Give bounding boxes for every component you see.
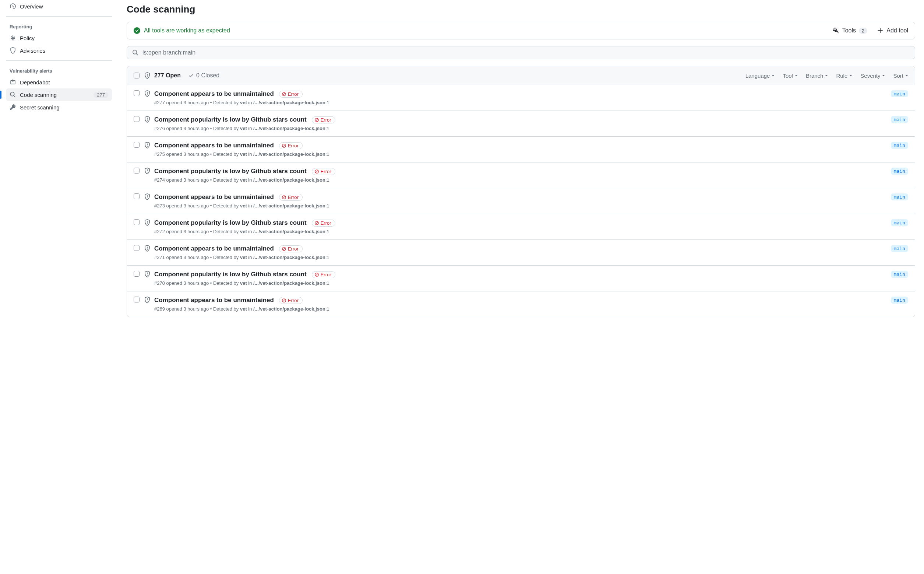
law-icon xyxy=(9,35,16,41)
filter-tool[interactable]: Tool xyxy=(783,73,798,79)
sidebar-item-code-scanning[interactable]: Code scanning 277 xyxy=(6,88,112,101)
branch-badge[interactable]: main xyxy=(891,116,908,123)
severity-label: Error xyxy=(288,91,299,97)
alert-row[interactable]: Component appears to be unmaintainedErro… xyxy=(127,137,915,162)
open-tab[interactable]: 277 Open xyxy=(154,72,181,79)
branch-badge[interactable]: main xyxy=(891,193,908,200)
row-checkbox[interactable] xyxy=(134,193,140,199)
alert-row[interactable]: Component popularity is low by Github st… xyxy=(127,266,915,292)
alert-title[interactable]: Component popularity is low by Github st… xyxy=(154,168,306,175)
divider xyxy=(6,16,112,17)
severity-label: Error xyxy=(321,117,331,123)
status-message: All tools are working as expected xyxy=(144,27,230,34)
shield-alert-icon xyxy=(144,116,151,123)
alert-row[interactable]: Component appears to be unmaintainedErro… xyxy=(127,292,915,317)
severity-badge: Error xyxy=(279,297,303,304)
branch-badge[interactable]: main xyxy=(891,296,908,304)
main: Code scanning All tools are working as e… xyxy=(118,0,924,326)
check-circle-icon xyxy=(134,27,140,34)
row-checkbox[interactable] xyxy=(134,116,140,122)
branch-badge[interactable]: main xyxy=(891,142,908,149)
sidebar-item-overview[interactable]: Overview xyxy=(6,0,112,13)
row-checkbox[interactable] xyxy=(134,296,140,303)
sidebar-item-label: Advisories xyxy=(20,47,45,54)
chevron-down-icon xyxy=(849,75,852,76)
sidebar-heading-reporting: Reporting xyxy=(6,20,112,32)
search-icon xyxy=(132,49,139,56)
code-scanning-icon xyxy=(9,91,16,98)
row-checkbox[interactable] xyxy=(134,245,140,251)
filter-language[interactable]: Language xyxy=(745,73,775,79)
alert-title[interactable]: Component appears to be unmaintained xyxy=(154,193,274,201)
branch-badge[interactable]: main xyxy=(891,245,908,252)
alert-title[interactable]: Component appears to be unmaintained xyxy=(154,296,274,304)
stop-icon xyxy=(314,221,319,226)
alert-title[interactable]: Component appears to be unmaintained xyxy=(154,90,274,98)
stop-icon xyxy=(281,195,286,200)
sidebar-item-policy[interactable]: Policy xyxy=(6,32,112,44)
closed-tab[interactable]: 0 Closed xyxy=(188,72,219,79)
filter-branch[interactable]: Branch xyxy=(806,73,828,79)
filter-bar: Language Tool Branch Rule Severity Sort xyxy=(745,73,908,79)
sidebar-item-label: Policy xyxy=(20,35,35,41)
list-header: 277 Open 0 Closed Language Tool Branch R… xyxy=(127,66,915,85)
alert-meta: #275 opened 3 hours ago • Detected by ve… xyxy=(154,151,891,157)
check-icon xyxy=(188,73,194,79)
row-checkbox[interactable] xyxy=(134,219,140,225)
search-box[interactable] xyxy=(127,46,915,59)
sidebar-item-dependabot[interactable]: Dependabot xyxy=(6,76,112,88)
chevron-down-icon xyxy=(772,75,775,76)
add-tool-label: Add tool xyxy=(886,27,908,34)
shield-alert-icon xyxy=(144,271,151,278)
alert-title[interactable]: Component appears to be unmaintained xyxy=(154,142,274,149)
stop-icon xyxy=(281,298,286,303)
alert-row[interactable]: Component popularity is low by Github st… xyxy=(127,111,915,137)
sidebar-item-secret-scanning[interactable]: Secret scanning xyxy=(6,101,112,114)
divider xyxy=(6,60,112,61)
shield-alert-icon xyxy=(144,72,151,79)
severity-badge: Error xyxy=(279,91,303,98)
tools-button[interactable]: Tools 2 xyxy=(833,27,868,34)
alert-row[interactable]: Component popularity is low by Github st… xyxy=(127,162,915,188)
sidebar-item-count: 277 xyxy=(94,92,108,98)
alert-title[interactable]: Component appears to be unmaintained xyxy=(154,245,274,252)
sidebar-item-label: Secret scanning xyxy=(20,104,60,110)
alert-title[interactable]: Component popularity is low by Github st… xyxy=(154,116,306,123)
search-input[interactable] xyxy=(143,49,910,56)
alert-row[interactable]: Component popularity is low by Github st… xyxy=(127,214,915,240)
chevron-down-icon xyxy=(825,75,828,76)
row-checkbox[interactable] xyxy=(134,90,140,96)
alert-row[interactable]: Component appears to be unmaintainedErro… xyxy=(127,240,915,266)
select-all-checkbox[interactable] xyxy=(134,73,140,79)
branch-badge[interactable]: main xyxy=(891,219,908,226)
alert-row[interactable]: Component appears to be unmaintainedErro… xyxy=(127,188,915,214)
severity-label: Error xyxy=(321,169,331,174)
page-title: Code scanning xyxy=(127,4,915,15)
shield-alert-icon xyxy=(144,219,151,226)
alert-title[interactable]: Component popularity is low by Github st… xyxy=(154,271,306,278)
alert-meta: #272 opened 3 hours ago • Detected by ve… xyxy=(154,229,891,234)
branch-badge[interactable]: main xyxy=(891,168,908,175)
sidebar-item-advisories[interactable]: Advisories xyxy=(6,44,112,57)
severity-badge: Error xyxy=(279,245,303,252)
severity-badge: Error xyxy=(279,142,303,149)
branch-badge[interactable]: main xyxy=(891,271,908,278)
shield-alert-icon xyxy=(144,193,151,200)
tools-icon xyxy=(833,27,839,34)
chevron-down-icon xyxy=(795,75,798,76)
row-checkbox[interactable] xyxy=(134,168,140,173)
shield-icon xyxy=(9,47,16,54)
row-checkbox[interactable] xyxy=(134,271,140,277)
shield-alert-icon xyxy=(144,90,151,97)
severity-label: Error xyxy=(288,246,299,252)
filter-sort[interactable]: Sort xyxy=(893,73,908,79)
filter-severity[interactable]: Severity xyxy=(860,73,885,79)
dependabot-icon xyxy=(9,79,16,85)
shield-alert-icon xyxy=(144,142,151,148)
filter-rule[interactable]: Rule xyxy=(836,73,852,79)
alert-row[interactable]: Component appears to be unmaintainedErro… xyxy=(127,85,915,111)
branch-badge[interactable]: main xyxy=(891,90,908,97)
add-tool-button[interactable]: Add tool xyxy=(877,27,908,34)
row-checkbox[interactable] xyxy=(134,142,140,148)
alert-title[interactable]: Component popularity is low by Github st… xyxy=(154,219,306,227)
